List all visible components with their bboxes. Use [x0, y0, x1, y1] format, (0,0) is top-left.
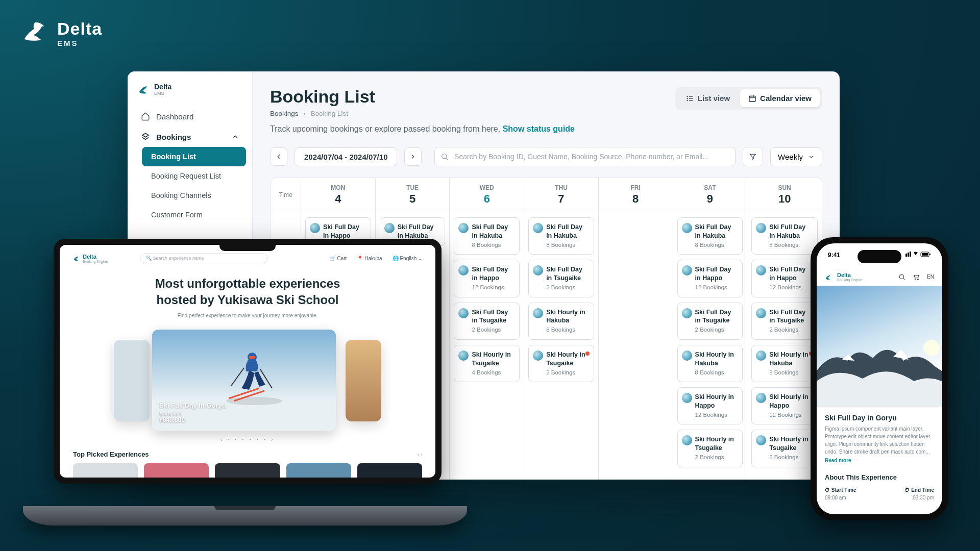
event-avatar-icon [682, 350, 692, 361]
filter-button[interactable] [743, 147, 763, 166]
calendar-event[interactable]: Ski Full Day in Tsugaike2 Bookings [751, 303, 818, 340]
breadcrumb: Bookings › Booking List [270, 110, 575, 117]
svg-line-11 [446, 158, 448, 160]
event-avatar-icon [682, 265, 692, 276]
period-select[interactable]: Weekly [770, 147, 822, 166]
filter-icon [749, 153, 757, 161]
day-header[interactable]: WED6 [450, 178, 524, 212]
phone-mockup: 9:41 DeltaBooking Engine EN Ski Full D [811, 237, 948, 520]
calendar-toolbar: 2024/07/04 - 2024/07/10 Weekly [270, 147, 822, 166]
prev-week-button[interactable] [270, 147, 287, 166]
calendar-event[interactable]: Ski Full Day in Hakuba8 Bookings [751, 217, 818, 255]
search-icon [440, 153, 449, 161]
day-header[interactable]: SAT9 [673, 178, 748, 212]
storefront-search[interactable]: 🔍 Search experience name [140, 253, 268, 263]
list-view-button[interactable]: List view [678, 89, 738, 107]
event-avatar-icon [682, 393, 692, 403]
event-avatar-icon [682, 435, 692, 445]
experience-thumbnail[interactable] [73, 463, 138, 478]
calendar-event[interactable]: Ski Full Day in Happo12 Bookings [751, 260, 818, 297]
sidebar-item-booking-request-list[interactable]: Booking Request List [142, 166, 246, 186]
cart-link[interactable]: 🛒 Cart [330, 256, 347, 261]
location-link[interactable]: 📍 Hakuba [357, 256, 382, 261]
calendar-event[interactable]: Ski Full Day in Tsugaike2 Bookings [528, 260, 594, 297]
delta-logo-icon [825, 273, 832, 281]
svg-rect-14 [249, 356, 255, 359]
event-avatar-icon [533, 350, 543, 361]
phone-header: DeltaBooking Engine EN [817, 268, 942, 286]
cart-icon[interactable] [913, 273, 920, 281]
experience-thumbnail[interactable] [215, 463, 280, 478]
chevron-right-icon [409, 153, 416, 160]
hero-section: Most unforgottable experienceshosted by … [73, 276, 422, 318]
calendar-event[interactable]: Ski Hourly in Hakuba8 Bookings [751, 345, 818, 382]
calendar-event[interactable]: Ski Hourly in Hakuba8 Bookings [528, 303, 594, 340]
chevron-left-icon [275, 153, 282, 160]
svg-rect-18 [908, 253, 909, 257]
calendar-event[interactable]: Ski Full Day in Hakuba8 Bookings [677, 217, 743, 255]
sidebar-item-bookings[interactable]: Bookings [134, 127, 246, 147]
end-time-value: 03:30 pm [904, 495, 934, 500]
search-icon[interactable] [898, 273, 905, 281]
skier-illustration [224, 350, 285, 406]
svg-rect-17 [905, 254, 907, 257]
sidebar-item-booking-list[interactable]: Booking List [142, 147, 246, 166]
svg-point-25 [915, 279, 916, 280]
alert-indicator-icon [585, 352, 590, 356]
top-picked-nav[interactable]: ‹ › [418, 452, 422, 457]
calendar-event[interactable]: Ski Full Day in Happo12 Bookings [677, 260, 743, 297]
day-header[interactable]: MON4 [301, 178, 376, 212]
read-more-link[interactable]: Read more [825, 458, 934, 463]
search-input[interactable] [434, 147, 736, 166]
calendar-event[interactable]: Ski Hourly in Tsugaike2 Bookings [677, 430, 743, 467]
calendar-event[interactable]: Ski Hourly in Tsugaike2 Bookings [528, 345, 594, 382]
brand-name: Delta [57, 19, 102, 39]
event-avatar-icon [756, 308, 766, 318]
about-heading: About This Experience [825, 473, 934, 481]
calendar-event[interactable]: Ski Hourly in Happo12 Bookings [751, 387, 818, 424]
day-header[interactable]: THU7 [524, 178, 599, 212]
sidebar-item-customer-form[interactable]: Customer Form [142, 205, 246, 224]
phone-language[interactable]: EN [927, 274, 934, 280]
breadcrumb-root[interactable]: Bookings [270, 110, 299, 117]
next-week-button[interactable] [404, 147, 422, 166]
show-status-guide-link[interactable]: Show status guide [503, 124, 575, 133]
breadcrumb-current: Booking List [311, 110, 349, 117]
event-avatar-icon [756, 223, 766, 233]
calendar-view-button[interactable]: Calendar view [740, 89, 820, 107]
experience-thumbnail[interactable] [144, 463, 209, 478]
calendar-event[interactable]: Ski Full Day in Hakuba8 Bookings [528, 217, 594, 255]
top-picked-heading: Top Picked Experiences [73, 450, 149, 458]
day-header[interactable]: TUE5 [376, 178, 450, 212]
experience-description: Figma ipsum component variant main layer… [825, 425, 934, 456]
carousel-card-main[interactable]: Ski Full Day in Goryu Starts from ¥840,0… [152, 330, 336, 431]
carousel-card-next[interactable] [346, 340, 381, 421]
card-price: ¥840,000 [159, 416, 226, 423]
svg-rect-22 [929, 254, 930, 255]
sidebar-item-dashboard[interactable]: Dashboard [134, 106, 246, 127]
day-header[interactable]: SUN10 [747, 178, 822, 212]
delta-logo-icon [138, 83, 150, 95]
bookings-icon [141, 132, 150, 141]
laptop-base [23, 506, 467, 525]
sidebar-brand[interactable]: DeltaEMS [134, 81, 246, 106]
calendar-event[interactable]: Ski Full Day in Tsugaike2 Bookings [677, 303, 743, 340]
experience-thumbnail[interactable] [286, 463, 351, 478]
svg-point-10 [442, 154, 447, 159]
svg-point-27 [923, 340, 940, 356]
mountain-illustration [817, 335, 942, 407]
date-range[interactable]: 2024/07/04 - 2024/07/10 [295, 147, 397, 166]
day-header[interactable]: FRI8 [599, 178, 673, 212]
carousel-dots[interactable]: ‹ • • • • • • › [73, 437, 422, 442]
carousel-card-prev[interactable] [114, 340, 150, 421]
calendar-event[interactable]: Ski Hourly in Happo12 Bookings [677, 387, 743, 424]
language-select[interactable]: 🌐 English ⌄ [393, 256, 422, 261]
sidebar-item-booking-channels[interactable]: Booking Channels [142, 186, 246, 205]
storefront-logo[interactable]: DeltaBooking Engine [73, 254, 108, 263]
calendar-event[interactable]: Ski Hourly in Tsugaike2 Bookings [751, 430, 818, 467]
time-column-header: Time [271, 178, 301, 212]
experience-thumbnail[interactable] [357, 463, 422, 478]
svg-rect-19 [910, 252, 911, 257]
event-avatar-icon [533, 223, 543, 233]
calendar-event[interactable]: Ski Hourly in Hakuba8 Bookings [677, 345, 743, 382]
